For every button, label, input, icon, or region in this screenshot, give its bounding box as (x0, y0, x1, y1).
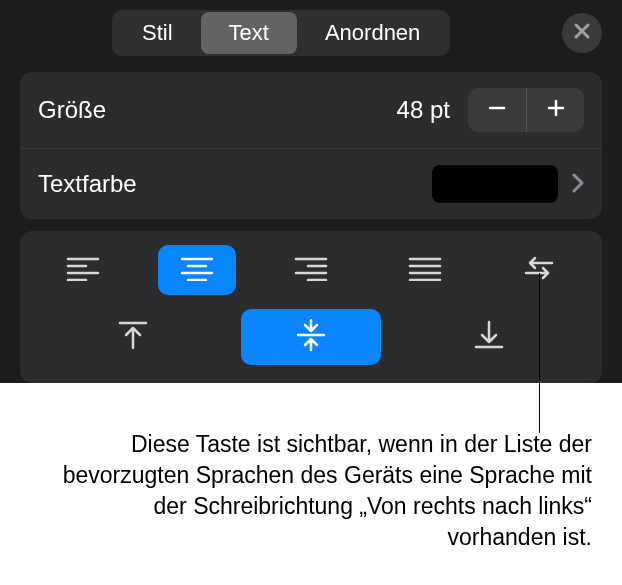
size-value: 48 pt (397, 96, 450, 124)
alignment-section (20, 231, 602, 383)
align-right-button[interactable] (272, 245, 350, 295)
valign-top-icon (116, 318, 150, 356)
tab-bar: Stil Text Anordnen (112, 10, 450, 56)
valign-bottom-icon (472, 318, 506, 356)
format-panel: Stil Text Anordnen Größe 48 pt (0, 0, 622, 383)
align-right-icon (294, 255, 328, 285)
textcolor-swatch (432, 165, 558, 203)
tab-stil[interactable]: Stil (114, 12, 201, 54)
align-justify-icon (408, 255, 442, 285)
close-button[interactable] (562, 13, 602, 53)
align-center-icon (180, 255, 214, 285)
align-center-button[interactable] (158, 245, 236, 295)
tab-text[interactable]: Text (201, 12, 297, 54)
vertical-alignment-row (44, 309, 578, 365)
align-left-button[interactable] (44, 245, 122, 295)
caption-area: Diese Taste ist sichtbar, wenn in der Li… (0, 403, 622, 553)
plus-icon (545, 97, 567, 123)
valign-top-button[interactable] (63, 309, 203, 365)
textcolor-label: Textfarbe (38, 170, 432, 198)
panel-header: Stil Text Anordnen (0, 0, 622, 72)
tab-anordnen[interactable]: Anordnen (297, 12, 448, 54)
valign-bottom-button[interactable] (419, 309, 559, 365)
callout-leader-line (539, 273, 540, 433)
size-row: Größe 48 pt (20, 72, 602, 148)
align-left-icon (66, 255, 100, 285)
textcolor-row[interactable]: Textfarbe (20, 148, 602, 219)
size-stepper (468, 88, 584, 132)
caption-text: Diese Taste ist sichtbar, wenn in der Li… (0, 429, 592, 553)
close-icon (573, 22, 591, 44)
size-label: Größe (38, 96, 397, 124)
property-rows: Größe 48 pt Textfarbe (0, 72, 622, 231)
horizontal-alignment-row (44, 245, 578, 295)
minus-icon (486, 97, 508, 123)
valign-middle-icon (294, 318, 328, 356)
chevron-right-icon (572, 169, 584, 200)
decrease-button[interactable] (468, 88, 526, 132)
valign-middle-button[interactable] (241, 309, 381, 365)
property-group: Größe 48 pt Textfarbe (20, 72, 602, 219)
increase-button[interactable] (526, 88, 584, 132)
align-justify-button[interactable] (386, 245, 464, 295)
